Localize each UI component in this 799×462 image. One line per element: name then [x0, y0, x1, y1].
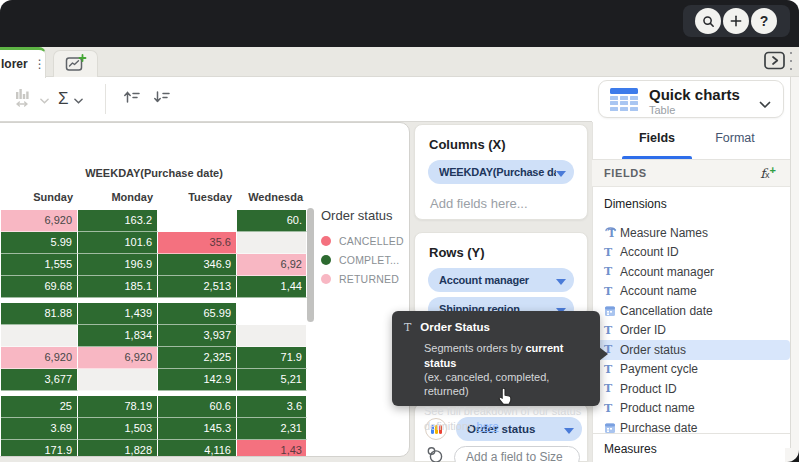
table-scrollbar[interactable]	[307, 208, 314, 322]
field-tooltip: T Order Status Segments orders by curren…	[392, 311, 600, 406]
field-item-order-status[interactable]: TOrder status	[596, 340, 790, 360]
table-row: 5.99101.635.6	[1, 232, 307, 254]
heatmap-cell[interactable]: 25	[1, 396, 78, 418]
text-field-icon: T	[604, 382, 620, 395]
field-item-product-name[interactable]: TProduct name	[596, 399, 790, 419]
sort-ascending-button[interactable]	[122, 77, 142, 121]
search-button[interactable]	[695, 8, 721, 34]
chevron-down-icon	[40, 90, 49, 108]
rows-shelf: Rows (Y) Account managerShipping region	[414, 232, 588, 317]
heatmap-cell[interactable]: 3,677	[1, 369, 78, 391]
heatmap-cell[interactable]: 6,920	[1, 210, 78, 232]
heatmap-cell[interactable]: 71.9	[237, 347, 307, 369]
chart-toolbar: Σ	[0, 77, 592, 122]
heatmap-cell[interactable]: 1,828	[78, 440, 158, 457]
chart-picker-title: Quick charts	[649, 86, 740, 103]
legend-dot-icon	[321, 236, 331, 246]
field-item-account-id[interactable]: TAccount ID	[596, 243, 790, 263]
new-chart-tab[interactable]	[53, 50, 98, 78]
heatmap-cell[interactable]: 1,555	[1, 254, 78, 276]
table-header-row: SundayMondayTuesdayWednesda	[1, 191, 307, 203]
status-definitions-link[interactable]: here	[477, 420, 499, 432]
heatmap-cell[interactable]: 6,92	[237, 254, 307, 276]
field-item-measure-names[interactable]: TMeasure Names	[596, 223, 790, 243]
columns-add-field[interactable]: Add fields here...	[430, 196, 587, 211]
heatmap-cell[interactable]: 163.2	[78, 210, 158, 232]
field-item-account-name[interactable]: TAccount name	[596, 282, 790, 302]
heatmap-cell[interactable]: 60.6	[158, 396, 237, 418]
field-item-order-id[interactable]: TOrder ID	[596, 321, 790, 341]
table-row: 81.881,43965.99	[1, 303, 307, 325]
field-pill[interactable]: Account manager	[428, 268, 574, 292]
heatmap-cell[interactable]: 3.6	[237, 396, 307, 418]
aggregate-button[interactable]: Σ	[58, 77, 83, 121]
heatmap-cell[interactable]: 346.9	[158, 254, 237, 276]
field-item-product-id[interactable]: TProduct ID	[596, 379, 790, 399]
heatmap-cell[interactable]: 78.19	[78, 396, 158, 418]
heatmap-cell[interactable]	[237, 325, 307, 347]
collapse-panel-icon[interactable]	[764, 51, 786, 71]
heatmap-cell[interactable]: 171.9	[1, 440, 78, 457]
field-item-account-manager[interactable]: TAccount manager	[596, 262, 790, 282]
dimensions-label: Dimensions	[604, 197, 667, 211]
legend-item[interactable]: CANCELLED	[321, 231, 409, 250]
heatmap-cell[interactable]: 1,44	[237, 276, 307, 298]
heatmap-cell[interactable]: 81.88	[1, 303, 78, 325]
heatmap-cell[interactable]: 142.9	[158, 369, 237, 391]
heatmap-cell[interactable]	[237, 303, 307, 325]
heatmap-cell[interactable]: 5.99	[1, 232, 78, 254]
heatmap-cell[interactable]: 6,920	[78, 347, 158, 369]
heatmap-cell[interactable]	[1, 325, 78, 347]
panel-drag-dots[interactable]	[790, 52, 793, 70]
legend-item[interactable]: COMPLET...	[321, 250, 409, 269]
table-row: 3.691,503145.32,31	[1, 418, 307, 440]
text-field-icon: T	[604, 265, 620, 278]
heatmap-cell[interactable]: 2,31	[237, 418, 307, 440]
field-pill[interactable]: WEEKDAY(Purchase date)	[428, 160, 574, 184]
heatmap-cell[interactable]: 1,439	[78, 303, 158, 325]
heatmap-cell[interactable]: 6,920	[1, 347, 78, 369]
heatmap-cell[interactable]: 145.3	[158, 418, 237, 440]
heatmap-cell[interactable]: 35.6	[158, 232, 237, 254]
heatmap-cell[interactable]: 1,43	[237, 440, 307, 457]
field-item-purchase-date[interactable]: Purchase date	[596, 418, 790, 433]
heatmap-cell[interactable]: 4,116	[158, 440, 237, 457]
chart-type-picker[interactable]: Quick charts Table	[598, 80, 784, 118]
heatmap-cell[interactable]: 2,325	[158, 347, 237, 369]
tab-explorer[interactable]: lorer ⋮	[0, 47, 46, 78]
add-calculated-field-button[interactable]: fx+	[760, 164, 776, 181]
swap-axes-button[interactable]	[13, 77, 49, 121]
table-row: 1,8343,937	[1, 325, 307, 347]
heatmap-cell[interactable]: 65.99	[158, 303, 237, 325]
heatmap-cell[interactable]: 5,21	[237, 369, 307, 391]
heatmap-cell[interactable]: 3.69	[1, 418, 78, 440]
heatmap-cell[interactable]	[237, 232, 307, 254]
help-button[interactable]: ?	[751, 8, 777, 34]
heatmap-cell[interactable]: 185.1	[78, 276, 158, 298]
column-header: Wednesda	[237, 191, 307, 203]
table-row: 6,920163.260.	[1, 210, 307, 232]
heatmap-cell[interactable]: 196.9	[78, 254, 158, 276]
right-panel: Quick charts Table Fields Format FIELDS …	[592, 77, 799, 462]
heatmap-cell[interactable]: 2,513	[158, 276, 237, 298]
add-button[interactable]	[723, 8, 749, 34]
legend-item[interactable]: RETURNED	[321, 269, 409, 288]
legend-title: Order status	[321, 208, 409, 223]
tab-menu-icon[interactable]: ⋮	[34, 59, 46, 69]
tab-format[interactable]: Format	[704, 131, 766, 145]
heatmap-cell[interactable]	[158, 210, 237, 232]
sort-descending-button[interactable]	[152, 77, 172, 121]
table-row: 3,677142.95,21	[1, 369, 307, 391]
text-field-icon: T	[604, 363, 620, 376]
size-field-input[interactable]: Add a field to Size	[454, 446, 580, 462]
heatmap-cell[interactable]: 60.	[237, 210, 307, 232]
heatmap-cell[interactable]: 1,503	[78, 418, 158, 440]
heatmap-cell[interactable]: 3,937	[158, 325, 237, 347]
tab-fields[interactable]: Fields	[622, 131, 692, 145]
field-item-payment-cycle[interactable]: TPayment cycle	[596, 360, 790, 380]
heatmap-cell[interactable]	[78, 369, 158, 391]
heatmap-cell[interactable]: 69.68	[1, 276, 78, 298]
heatmap-cell[interactable]: 101.6	[78, 232, 158, 254]
heatmap-cell[interactable]: 1,834	[78, 325, 158, 347]
field-item-cancellation-date[interactable]: Cancellation date	[596, 301, 790, 321]
